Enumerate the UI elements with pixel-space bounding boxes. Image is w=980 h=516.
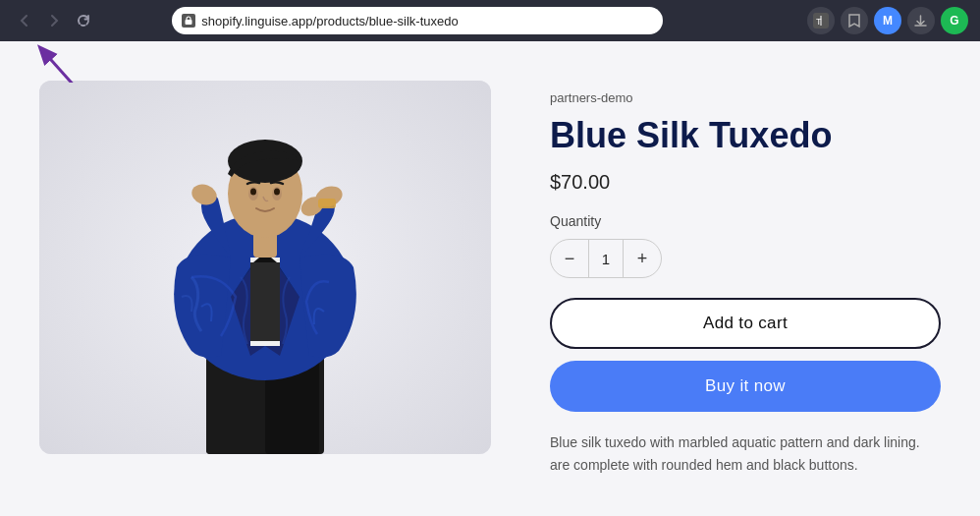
product-description: Blue silk tuxedo with marbled aquatic pa… [550, 431, 941, 476]
address-bar[interactable] [172, 7, 663, 34]
vendor-label: partners-demo [550, 90, 941, 105]
product-image [39, 81, 491, 454]
forward-button[interactable] [41, 10, 67, 31]
quantity-value: 1 [588, 240, 624, 277]
grammarly-button[interactable]: G [941, 7, 968, 34]
svg-rect-15 [318, 199, 336, 208]
page-content: partners-demo Blue Silk Tuxedo $70.00 Qu… [0, 41, 980, 516]
profile-letter: M [883, 14, 893, 28]
quantity-label: Quantity [550, 213, 941, 229]
browser-actions: T M G [807, 7, 968, 34]
translate-button[interactable]: T [807, 7, 835, 34]
download-button[interactable] [907, 7, 935, 34]
refresh-button[interactable] [71, 10, 96, 31]
profile-button[interactable]: M [874, 7, 901, 34]
product-details: partners-demo Blue Silk Tuxedo $70.00 Qu… [550, 81, 941, 476]
svg-point-22 [274, 189, 280, 196]
product-title: Blue Silk Tuxedo [550, 115, 941, 155]
svg-rect-11 [250, 262, 280, 341]
svg-point-21 [250, 189, 256, 196]
quantity-decrease-button[interactable]: − [551, 240, 588, 277]
grammarly-letter: G [950, 14, 958, 28]
browser-chrome: T M G [0, 0, 980, 41]
quantity-increase-button[interactable]: + [624, 240, 661, 277]
bookmark-button[interactable] [841, 7, 868, 34]
buy-it-now-button[interactable]: Buy it now [550, 361, 941, 412]
add-to-cart-button[interactable]: Add to cart [550, 298, 941, 349]
svg-rect-0 [186, 20, 192, 25]
product-price: $70.00 [550, 171, 941, 194]
nav-buttons [12, 10, 96, 31]
back-button[interactable] [12, 10, 37, 31]
url-input[interactable] [201, 14, 653, 29]
site-security-icon [182, 14, 195, 28]
product-image-container [39, 81, 491, 454]
quantity-control: − 1 + [550, 239, 662, 278]
